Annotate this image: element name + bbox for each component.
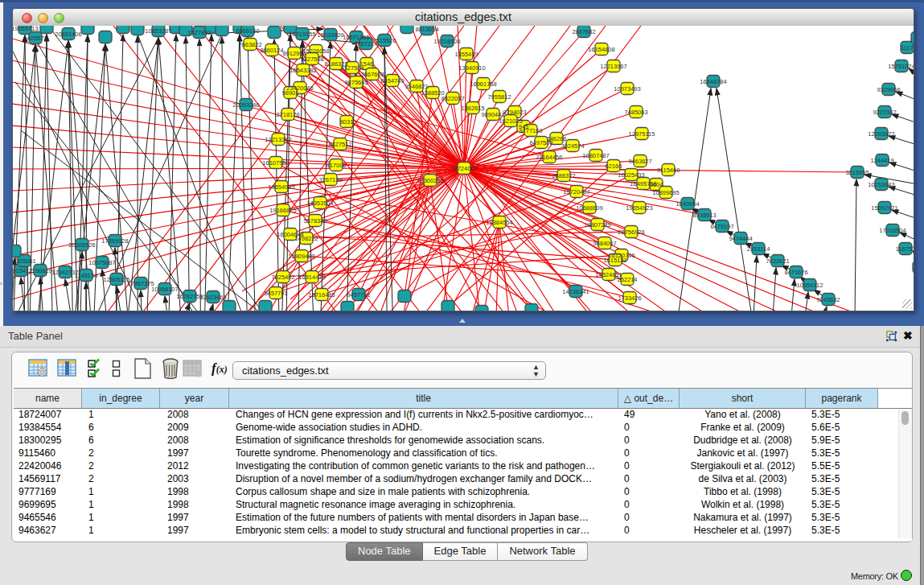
svg-text:19166825: 19166825 <box>269 207 296 214</box>
svg-text:1733426: 1733426 <box>618 295 641 302</box>
svg-text:19654923: 19654923 <box>626 204 652 212</box>
svg-text:1305061: 1305061 <box>13 257 36 265</box>
svg-text:12093872: 12093872 <box>868 130 894 138</box>
svg-text:1244419: 1244419 <box>870 157 893 164</box>
svg-text:19654985: 19654985 <box>268 183 294 191</box>
svg-text:9329966: 9329966 <box>877 86 900 93</box>
svg-text:17957275: 17957275 <box>127 280 154 287</box>
svg-text:3024574: 3024574 <box>561 142 584 150</box>
svg-text:19218506: 19218506 <box>433 38 460 45</box>
svg-text:10899695: 10899695 <box>652 189 679 196</box>
svg-text:16154808: 16154808 <box>588 46 614 53</box>
svg-text:9604: 9604 <box>650 181 663 188</box>
svg-text:16648784: 16648784 <box>700 78 726 85</box>
svg-text:1355419: 1355419 <box>454 51 478 58</box>
svg-text:16107552: 16107552 <box>262 159 289 167</box>
svg-text:15909489: 15909489 <box>288 253 314 260</box>
svg-text:16914479: 16914479 <box>298 274 325 281</box>
svg-text:17359928: 17359928 <box>101 237 128 245</box>
svg-text:7485063: 7485063 <box>624 109 647 116</box>
svg-text:7857224: 7857224 <box>354 40 377 47</box>
svg-text:21164456: 21164456 <box>536 154 563 161</box>
svg-text:15226058: 15226058 <box>302 47 329 55</box>
svg-text:7663822: 7663822 <box>238 41 261 48</box>
svg-text:98901: 98901 <box>282 89 299 97</box>
svg-text:15720407: 15720407 <box>563 188 589 196</box>
svg-text:8454749: 8454749 <box>380 77 404 84</box>
svg-text:20691406: 20691406 <box>55 31 81 38</box>
svg-text:1615132: 1615132 <box>603 257 626 264</box>
svg-text:9463627: 9463627 <box>628 158 651 165</box>
svg-text:9227342: 9227342 <box>873 109 896 116</box>
svg-text:7632621: 7632621 <box>766 257 789 265</box>
svg-text:3215955: 3215955 <box>845 169 869 176</box>
svg-text:20756928: 20756928 <box>618 229 644 236</box>
svg-text:10654112: 10654112 <box>797 282 823 289</box>
svg-text:2933114: 2933114 <box>747 245 770 253</box>
svg-text:2718176: 2718176 <box>276 111 299 118</box>
svg-text:15692971: 15692971 <box>871 204 897 212</box>
svg-text:9457791: 9457791 <box>264 290 287 297</box>
svg-text:12505115: 12505115 <box>104 276 130 283</box>
svg-text:6966160: 6966160 <box>236 27 259 35</box>
svg-text:1117: 1117 <box>901 44 914 51</box>
svg-text:10973493: 10973493 <box>614 85 640 93</box>
svg-text:10210643: 10210643 <box>868 181 894 188</box>
svg-text:10719155: 10719155 <box>289 31 315 38</box>
svg-text:3267130: 3267130 <box>318 176 342 183</box>
svg-text:9457791: 9457791 <box>347 291 370 299</box>
svg-text:10853287: 10853287 <box>145 27 171 35</box>
svg-text:9474444: 9474444 <box>729 235 752 242</box>
svg-text:6479197: 6479197 <box>710 223 733 230</box>
svg-text:9777169: 9777169 <box>519 127 542 134</box>
svg-text:2887682: 2887682 <box>572 28 595 35</box>
svg-text:8427512: 8427512 <box>328 141 351 148</box>
svg-text:19384554: 19384554 <box>486 219 512 226</box>
svg-text:9327508: 9327508 <box>300 56 323 63</box>
svg-text:12975115: 12975115 <box>629 130 655 138</box>
svg-text:18300295: 18300295 <box>417 177 443 184</box>
svg-text:417006: 417006 <box>326 162 346 169</box>
svg-text:10958107: 10958107 <box>151 286 178 293</box>
svg-text:8471676: 8471676 <box>784 269 807 276</box>
svg-text:1145134: 1145134 <box>75 272 98 279</box>
svg-text:8813054: 8813054 <box>415 26 438 33</box>
svg-text:16033809: 16033809 <box>317 31 343 39</box>
svg-text:20053346: 20053346 <box>232 101 259 109</box>
svg-text:1546: 1546 <box>360 60 374 68</box>
svg-text:16961758: 16961758 <box>470 80 496 88</box>
svg-text:1527862: 1527862 <box>187 29 211 36</box>
svg-text:9875645: 9875645 <box>344 79 368 86</box>
svg-text:8031: 8031 <box>340 118 354 126</box>
svg-text:12213342: 12213342 <box>265 136 291 143</box>
svg-text:9115460: 9115460 <box>657 167 680 174</box>
svg-text:10025433: 10025433 <box>618 171 644 179</box>
svg-text:2156829: 2156829 <box>28 267 51 274</box>
svg-text:14136141: 14136141 <box>562 288 589 295</box>
svg-text:9245632: 9245632 <box>816 296 840 303</box>
svg-text:18724007: 18724007 <box>450 165 477 172</box>
svg-text:62160: 62160 <box>606 163 622 170</box>
svg-text:8938913: 8938913 <box>692 212 716 219</box>
svg-text:13640910: 13640910 <box>458 64 485 72</box>
svg-text:10807487: 10807487 <box>582 152 609 159</box>
svg-text:15716485: 15716485 <box>308 291 335 299</box>
svg-text:7625402: 7625402 <box>271 274 294 281</box>
svg-text:19055713: 19055713 <box>13 26 39 32</box>
svg-text:116753: 116753 <box>896 245 914 253</box>
svg-text:5578342: 5578342 <box>303 217 326 225</box>
svg-text:1498222: 1498222 <box>294 235 318 242</box>
svg-text:17016504: 17016504 <box>879 227 906 234</box>
svg-text:9684067: 9684067 <box>593 240 616 247</box>
svg-text:10975887: 10975887 <box>88 259 115 266</box>
svg-text:252214: 252214 <box>617 276 637 283</box>
svg-text:9794023: 9794023 <box>503 109 526 116</box>
svg-text:7955812: 7955812 <box>487 93 511 101</box>
svg-text:12923468: 12923468 <box>199 294 226 301</box>
svg-text:2886372: 2886372 <box>552 172 575 179</box>
svg-text:1405572: 1405572 <box>23 35 47 42</box>
svg-text:746266: 746266 <box>546 135 566 142</box>
svg-text:8322037: 8322037 <box>441 95 464 102</box>
svg-text:10688609: 10688609 <box>576 204 602 212</box>
svg-text:16543382: 16543382 <box>290 67 316 74</box>
